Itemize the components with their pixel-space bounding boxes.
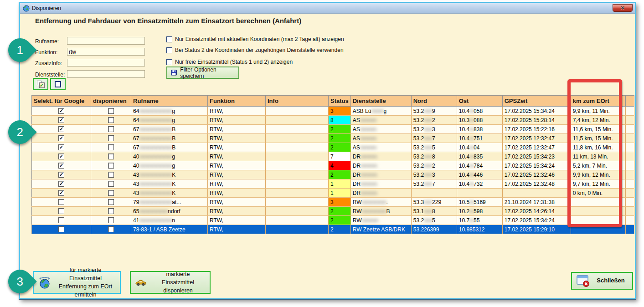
- column-header-GPSZeit[interactable]: GPSZeit: [502, 96, 571, 107]
- dispatch-checkbox[interactable]: [108, 190, 114, 196]
- redacted-text: mm: [424, 208, 432, 215]
- dispatch-checkbox[interactable]: [108, 226, 114, 232]
- filter-option-free[interactable]: Nur freie Einsatzmittel (Status 1 und 2)…: [166, 59, 293, 65]
- cell-info: [266, 161, 329, 170]
- table-row[interactable]: 78-83-1 / ASB ZeetzeRTW,2RW Zeetze ASB/D…: [32, 225, 634, 234]
- cell-rufname: 43mmmmmmmmK: [131, 189, 208, 198]
- table-row[interactable]: ✓43mmmmmmmmKRTW,1DRmmmm53.2mm710.4m73217…: [32, 179, 634, 189]
- checkbox-icon[interactable]: [166, 59, 172, 65]
- cell-nord: 53.3mm229: [411, 198, 457, 207]
- dienststelle-input[interactable]: [67, 70, 145, 78]
- redacted-text: mmmm: [360, 135, 376, 142]
- table-row[interactable]: ✓43mmmmmmmmKRTW,2DRmmmm53.2mm310.4m44617…: [32, 170, 634, 179]
- column-header-Funktion[interactable]: Funktion: [208, 96, 266, 107]
- table-row[interactable]: ✓40mmmmmmmmgRTW,4DRmmmm53.2mm210.4m78417…: [32, 161, 634, 170]
- table-row[interactable]: 79mmmmmmmmat...RTW,3RWmmmmmm.53.3mm22910…: [32, 198, 634, 207]
- dispatch-checkbox[interactable]: [108, 199, 114, 205]
- google-select-checkbox[interactable]: [58, 199, 64, 205]
- dispatch-checkbox[interactable]: [108, 217, 114, 223]
- dispatch-checkbox[interactable]: [108, 144, 114, 150]
- filter-option-status2[interactable]: Bei Status 2 die Koordinaten der zugehör…: [166, 47, 344, 53]
- cell-filler: [625, 134, 634, 143]
- table-row[interactable]: ✓40mmmmmmmmgRTW,7DRmmmm53.2mm810.4m83517…: [32, 152, 634, 161]
- cell-filler: [625, 116, 634, 125]
- cell-status: 1: [329, 179, 351, 189]
- column-header-Ost[interactable]: Ost: [457, 96, 502, 107]
- dispatch-checkbox[interactable]: [108, 154, 114, 159]
- cell-status: 2: [329, 216, 351, 225]
- google-select-checkbox[interactable]: ✓: [58, 144, 64, 150]
- google-select-checkbox[interactable]: ✓: [58, 126, 64, 132]
- page-title: Entfernung und Fahrdauer von Einsatzmitt…: [35, 17, 301, 25]
- redacted-text: mmmmmmmm: [139, 135, 172, 142]
- cell-dienststelle: ASmmmm: [350, 143, 411, 152]
- google-select-checkbox[interactable]: ✓: [58, 108, 64, 114]
- google-select-checkbox[interactable]: [58, 217, 64, 223]
- column-header-Selekt. für Google[interactable]: Selekt. für Google: [32, 96, 91, 107]
- google-select-checkbox[interactable]: ✓: [58, 172, 64, 178]
- table-row[interactable]: 41mmmmmmmmnRTW,2RWmmmm53.2mm510.7m5517.0…: [32, 216, 634, 225]
- cell-info: [266, 125, 329, 134]
- column-header-Nord[interactable]: Nord: [411, 96, 457, 107]
- table-row[interactable]: ✓67mmmmmmmmBRTW,2ASmmmm53.2mm710.4m75117…: [32, 134, 634, 143]
- google-select-checkbox[interactable]: [58, 226, 64, 232]
- google-select-checkbox[interactable]: ✓: [58, 135, 64, 141]
- table-row[interactable]: ✓64mmmmmmmmgRTW,3ASB Lümmmg53.2mm910.4m0…: [32, 107, 634, 116]
- close-dialog-button[interactable]: Schließen: [571, 272, 633, 290]
- table-row[interactable]: ✓64mmmmmmmmgRTW,8ASmmmm53.2mm210.3m08817…: [32, 116, 634, 125]
- cell-rufname: 64mmmmmmmmg: [131, 107, 208, 116]
- redacted-text: mm: [424, 126, 432, 133]
- cell-nord: 53.2mm7: [411, 179, 457, 189]
- dispatch-checkbox[interactable]: [108, 181, 114, 187]
- table-row[interactable]: ✓67mmmmmmmmBRTW,2ASmmmm53.2mm310.4m83817…: [32, 125, 634, 134]
- column-header-disponieren[interactable]: disponieren: [91, 96, 131, 107]
- google-select-checkbox[interactable]: ✓: [58, 163, 64, 169]
- cell-ost: 10.4m838: [457, 125, 502, 134]
- column-header-Rufname[interactable]: Rufname: [131, 96, 208, 107]
- rufname-input[interactable]: [67, 37, 145, 45]
- dispatch-checkbox[interactable]: [108, 172, 114, 178]
- google-select-checkbox[interactable]: [58, 208, 64, 214]
- table-row[interactable]: ✓67mmmmmmmmBRTW,2ASmmmm53.2mm510.4m0417.…: [32, 143, 634, 152]
- dispatch-checkbox[interactable]: [108, 126, 114, 132]
- zusatzinfo-input[interactable]: [67, 59, 145, 67]
- checkbox-icon[interactable]: [166, 47, 172, 53]
- cell-dienststelle: ASmmmm: [350, 134, 411, 143]
- select-all-button[interactable]: ✓: [33, 78, 48, 90]
- table-row[interactable]: 65mmmmmmmndorfRTW,2RWmmmmmmB53.1mm810.2m…: [32, 207, 634, 216]
- column-header-Status[interactable]: Status: [329, 96, 351, 107]
- select-all-icon: ✓: [37, 81, 45, 88]
- column-header-Dienststelle[interactable]: Dienststelle: [350, 96, 411, 107]
- filter-option-coordinates[interactable]: Nur Einsatzmittel mit aktuellen Koordina…: [166, 36, 344, 42]
- checkbox-icon[interactable]: [166, 36, 172, 42]
- deselect-all-button[interactable]: [50, 78, 66, 90]
- column-header-Info[interactable]: Info: [266, 96, 329, 107]
- dispatch-checkbox[interactable]: [108, 117, 114, 123]
- dispatch-checkbox[interactable]: [108, 208, 114, 214]
- window-close-button[interactable]: ✕: [613, 4, 633, 12]
- cell-gpszeit: 17.02.2025 15:34:24: [502, 216, 571, 225]
- column-header-km zum EOrt[interactable]: km zum EOrt: [571, 96, 625, 107]
- cell-funktion: RTW,: [208, 161, 266, 170]
- redacted-text: mmmmmmmm: [139, 190, 172, 196]
- google-select-checkbox[interactable]: ✓: [58, 181, 64, 187]
- cell-status: 8: [329, 116, 351, 125]
- cell-rufname: 67mmmmmmmmB: [131, 125, 208, 134]
- save-filter-options-button[interactable]: Filter-Optionen speichern: [166, 67, 239, 79]
- dispatch-checkbox[interactable]: [108, 108, 114, 114]
- redacted-text: m: [469, 108, 474, 114]
- google-select-checkbox[interactable]: ✓: [58, 190, 64, 196]
- disponieren-window: Disponieren ✕ Entfernung und Fahrdauer v…: [19, 2, 636, 299]
- dispatch-button[interactable]: markierte Einsatzmittel disponieren: [130, 271, 211, 294]
- redacted-text: m: [469, 172, 474, 178]
- dispatch-checkbox[interactable]: [108, 163, 114, 169]
- cell-gpszeit: 17.02.2025 15:29:10: [502, 225, 571, 234]
- calc-distance-button[interactable]: für markierte Einsatzmittel Entfernung z…: [33, 271, 121, 294]
- google-select-checkbox[interactable]: ✓: [58, 154, 64, 159]
- redacted-text: mm: [424, 135, 432, 142]
- funktion-input[interactable]: [67, 48, 145, 56]
- column-header-filler[interactable]: [625, 96, 634, 107]
- table-row[interactable]: ✓43mmmmmmmmKRTW,1DRmmmm0 km, 0 Min.: [32, 189, 634, 198]
- google-select-checkbox[interactable]: ✓: [58, 117, 64, 123]
- dispatch-checkbox[interactable]: [108, 135, 114, 141]
